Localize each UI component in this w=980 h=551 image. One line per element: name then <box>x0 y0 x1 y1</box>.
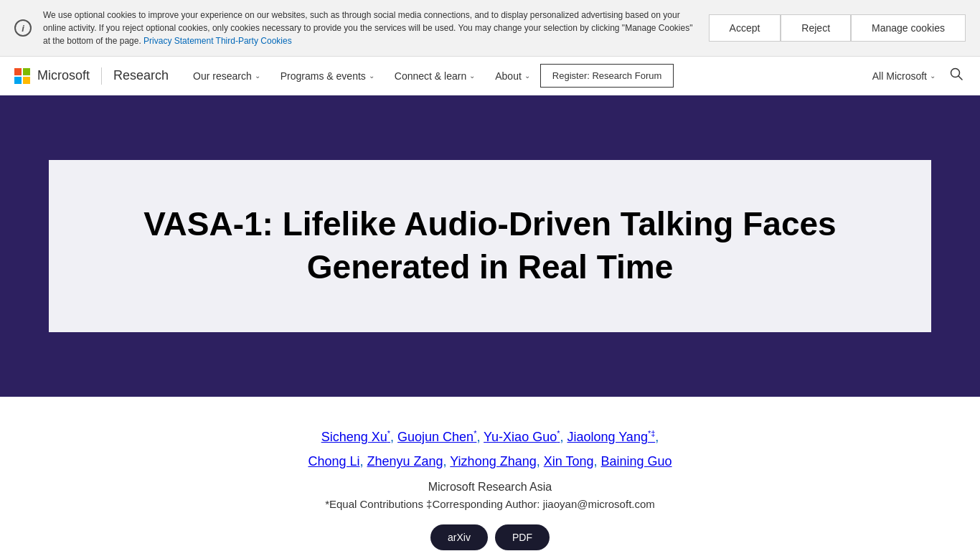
nav-divider <box>101 67 102 85</box>
reject-button[interactable]: Reject <box>781 14 851 42</box>
logo-green <box>23 68 30 75</box>
research-label: Research <box>113 68 169 83</box>
nav-links: Our research ⌄ Programs & events ⌄ Conne… <box>183 57 872 95</box>
author-zhenyu-zang[interactable]: Zhenyu Zang <box>367 454 443 468</box>
affiliation-text: Microsoft Research Asia <box>14 481 966 494</box>
author-sicheng-xu[interactable]: Sicheng Xu* <box>321 430 390 444</box>
hero-card: VASA-1: Lifelike Audio-Driven Talking Fa… <box>49 160 931 332</box>
author-yu-xiao-guo[interactable]: Yu-Xiao Guo* <box>484 430 560 444</box>
svg-line-1 <box>958 76 962 80</box>
about-chevron-icon: ⌄ <box>524 72 530 80</box>
hero-section: VASA-1: Lifelike Audio-Driven Talking Fa… <box>0 95 980 397</box>
author-guojun-chen[interactable]: Guojun Chen* <box>397 430 476 444</box>
nav-link-our-research[interactable]: Our research ⌄ <box>183 57 270 95</box>
nav-about-text: About <box>495 70 522 82</box>
author-chong-li[interactable]: Chong Li <box>308 454 359 468</box>
cookie-text: We use optional cookies to improve your … <box>43 9 697 47</box>
author-jiaolong-yang[interactable]: Jiaolong Yang*‡ <box>567 430 655 444</box>
nav-connect-text: Connect & learn <box>395 70 466 82</box>
all-microsoft-link[interactable]: All Microsoft ⌄ <box>872 70 936 82</box>
microsoft-logo-link[interactable]: Microsoft <box>14 68 90 84</box>
cookie-banner: i We use optional cookies to improve you… <box>0 0 980 57</box>
register-research-forum-button[interactable]: Register: Research Forum <box>540 64 674 88</box>
authors-line2: Chong Li, Zhenyu Zang, Yizhong Zhang, Xi… <box>14 454 966 469</box>
search-button[interactable] <box>947 65 966 87</box>
arxiv-button[interactable]: arXiv <box>430 524 488 550</box>
nav-bar: Microsoft Research Our research ⌄ Progra… <box>0 57 980 95</box>
nav-link-programs-events[interactable]: Programs & events ⌄ <box>270 57 385 95</box>
search-icon <box>950 67 963 80</box>
logo-yellow <box>23 77 30 84</box>
nav-right: All Microsoft ⌄ <box>872 65 966 87</box>
authors-section: Sicheng Xu*, Guojun Chen*, Yu-Xiao Guo*,… <box>0 397 980 551</box>
third-party-cookies-link[interactable]: Third-Party Cookies <box>216 36 292 46</box>
page-title: VASA-1: Lifelike Audio-Driven Talking Fa… <box>106 203 874 289</box>
cookie-buttons: Accept Reject Manage cookies <box>709 14 966 42</box>
author-xin-tong[interactable]: Xin Tong <box>544 454 594 468</box>
accept-button[interactable]: Accept <box>709 14 781 42</box>
nav-link-about[interactable]: About ⌄ <box>485 57 540 95</box>
paper-buttons: arXiv PDF <box>14 524 966 550</box>
microsoft-text: Microsoft <box>37 68 90 83</box>
authors-line1: Sicheng Xu*, Guojun Chen*, Yu-Xiao Guo*,… <box>14 425 966 448</box>
equal-contributions-text: *Equal Contributions ‡Corresponding Auth… <box>14 498 966 510</box>
pdf-button[interactable]: PDF <box>495 524 550 550</box>
all-microsoft-text: All Microsoft <box>872 70 927 82</box>
connect-chevron-icon: ⌄ <box>469 72 475 80</box>
logo-blue <box>14 77 22 84</box>
logo-red <box>14 68 22 75</box>
author-baining-guo[interactable]: Baining Guo <box>600 454 672 468</box>
nav-programs-text: Programs & events <box>281 70 366 82</box>
nav-our-research-text: Our research <box>193 70 252 82</box>
nav-link-connect-learn[interactable]: Connect & learn ⌄ <box>385 57 485 95</box>
microsoft-logo-grid <box>14 68 30 84</box>
info-icon: i <box>14 19 32 37</box>
programs-chevron-icon: ⌄ <box>369 72 374 80</box>
all-microsoft-chevron-icon: ⌄ <box>930 72 936 80</box>
our-research-chevron-icon: ⌄ <box>255 72 260 80</box>
privacy-statement-link[interactable]: Privacy Statement <box>143 36 213 46</box>
manage-cookies-button[interactable]: Manage cookies <box>851 14 966 42</box>
author-yizhong-zhang[interactable]: Yizhong Zhang <box>450 454 536 468</box>
